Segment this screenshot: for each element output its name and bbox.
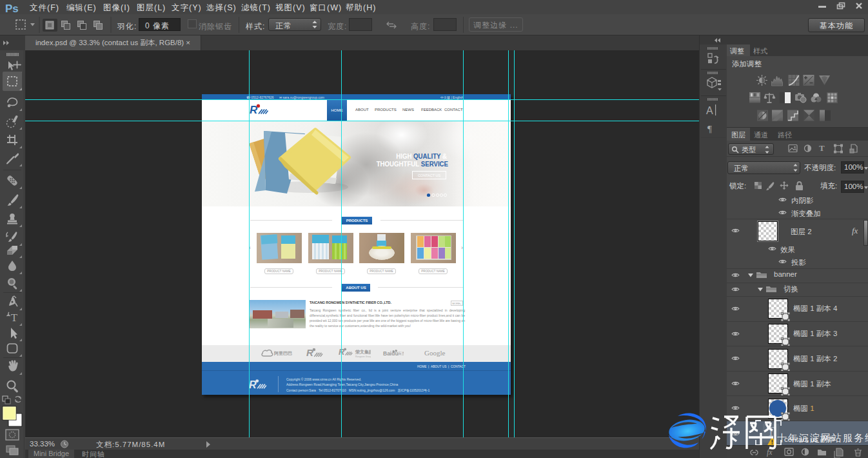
svg-text:T: T (11, 312, 18, 324)
svg-text:Rongwen Group: Rongwen Group (355, 355, 371, 358)
svg-text:阿里巴巴: 阿里巴巴 (274, 351, 292, 356)
svg-text:荣文集团: 荣文集团 (355, 349, 371, 355)
svg-text:¶: ¶ (707, 124, 712, 134)
svg-text:A: A (706, 105, 713, 116)
svg-text:fx: fx (767, 448, 773, 457)
svg-text:Google: Google (424, 349, 446, 357)
svg-text:T: T (819, 143, 825, 153)
svg-text:百度: 百度 (398, 351, 404, 356)
